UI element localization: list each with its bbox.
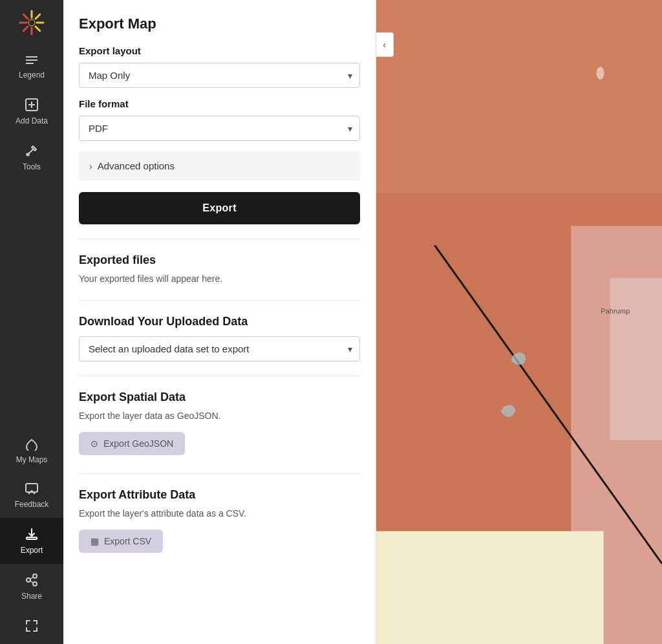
collapse-panel-button[interactable]: ‹ [376, 32, 394, 57]
file-format-select[interactable]: PDF PNG JPEG SVG [79, 116, 360, 141]
svg-point-18 [33, 574, 37, 578]
svg-line-5 [23, 27, 28, 31]
chevron-right-icon: › [89, 161, 92, 171]
map-svg [376, 0, 662, 644]
svg-rect-29 [610, 278, 662, 440]
fullscreen-icon [25, 619, 39, 635]
svg-rect-28 [376, 531, 604, 644]
share-icon [25, 573, 39, 589]
nav-label-tools: Tools [23, 162, 41, 171]
nav-label-share: Share [21, 592, 42, 601]
export-geojson-button[interactable]: ⊙ Export GeoJSON [79, 432, 185, 455]
export-panel: Export Map Export layout Map Only Map + … [63, 0, 376, 644]
tools-icon [25, 144, 39, 160]
file-format-wrapper: PDF PNG JPEG SVG ▾ [79, 116, 360, 141]
svg-point-27 [597, 67, 604, 80]
svg-point-8 [28, 19, 35, 26]
divider-4 [79, 473, 360, 474]
download-dataset-select[interactable]: Select an uploaded data set to export [79, 336, 360, 361]
feedback-icon [25, 482, 39, 497]
add-data-icon [25, 98, 39, 114]
svg-line-4 [36, 14, 40, 19]
exported-files-desc: Your exported files will appear here. [79, 272, 360, 286]
panel-title: Export Map [79, 16, 360, 32]
spatial-data-title: Export Spatial Data [79, 391, 360, 404]
svg-rect-17 [27, 537, 37, 539]
attribute-data-desc: Export the layer's attribute data as a C… [79, 507, 360, 521]
export-layout-label: Export layout [79, 45, 360, 56]
download-select-wrapper: Select an uploaded data set to export ▾ [79, 336, 360, 361]
collapse-icon: ‹ [383, 39, 386, 50]
nav-label-add-data: Add Data [16, 116, 48, 125]
svg-point-20 [33, 582, 37, 586]
nav-label-legend: Legend [19, 70, 45, 80]
nav-item-export[interactable]: Export [0, 518, 63, 564]
my-maps-icon [25, 438, 39, 453]
map-area: ‹ Pahrump [376, 0, 662, 644]
export-layout-wrapper: Map Only Map + Legend Full Layout ▾ [79, 63, 360, 88]
legend-icon [25, 54, 39, 68]
logo-area [0, 0, 63, 45]
app-logo [16, 7, 47, 38]
geojson-icon: ⊙ [91, 438, 98, 449]
exported-files-title: Exported files [79, 253, 360, 267]
advanced-options-label: Advanced options [98, 160, 175, 171]
nav-item-legend[interactable]: Legend [0, 45, 63, 89]
export-button[interactable]: Export [79, 192, 360, 224]
divider-1 [79, 239, 360, 239]
svg-line-7 [36, 27, 40, 31]
nav-label-my-maps: My Maps [16, 455, 48, 464]
svg-line-21 [30, 581, 33, 583]
download-section-title: Download Your Uploaded Data [79, 315, 360, 328]
svg-point-19 [27, 578, 30, 582]
csv-icon: ▦ [91, 536, 99, 546]
nav-item-my-maps[interactable]: My Maps [0, 429, 63, 473]
nav-item-tools[interactable]: Tools [0, 134, 63, 180]
svg-rect-24 [376, 0, 662, 193]
attribute-data-title: Export Attribute Data [79, 488, 360, 502]
nav-item-share[interactable]: Share [0, 564, 63, 610]
divider-3 [79, 376, 360, 376]
nav-label-export: Export [21, 546, 43, 555]
export-layout-select[interactable]: Map Only Map + Legend Full Layout [79, 63, 360, 88]
divider-2 [79, 300, 360, 301]
nav-item-fullscreen[interactable] [0, 610, 63, 644]
file-format-label: File format [79, 98, 360, 109]
nav-bar: Legend Add Data Tools My Maps Feedback [0, 0, 63, 644]
svg-line-22 [30, 577, 33, 579]
svg-line-6 [23, 14, 28, 19]
spatial-data-desc: Export the layer data as GeoJSON. [79, 409, 360, 423]
nav-bottom: My Maps Feedback Export Share [0, 429, 63, 644]
nav-item-add-data[interactable]: Add Data [0, 89, 63, 134]
export-icon [25, 527, 39, 543]
advanced-options-row[interactable]: › Advanced options [79, 151, 360, 180]
nav-label-feedback: Feedback [15, 500, 49, 509]
export-csv-button[interactable]: ▦ Export CSV [79, 530, 163, 553]
nav-item-feedback[interactable]: Feedback [0, 473, 63, 518]
